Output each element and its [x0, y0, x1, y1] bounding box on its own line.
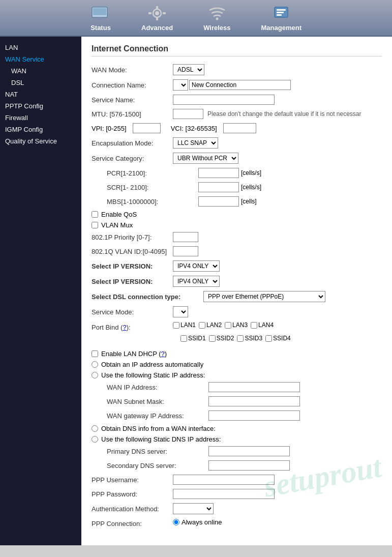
connection-name-input[interactable]: [189, 80, 291, 90]
primary-dns-input[interactable]: [208, 446, 290, 456]
lan2-label[interactable]: LAN2: [199, 321, 222, 329]
service-name-label: Service Name:: [92, 96, 173, 104]
use-static-dns-row: Use the following Static DNS IP address:: [92, 435, 382, 443]
lan4-checkbox[interactable]: [251, 322, 257, 329]
encapsulation-select[interactable]: LLC SNAP: [173, 137, 218, 149]
wan-mode-label: WAN Mode:: [92, 66, 173, 74]
svg-rect-2: [97, 17, 102, 19]
use-static-dns-radio[interactable]: [92, 436, 98, 443]
enable-lan-dhcp-checkbox[interactable]: [92, 350, 98, 357]
port-bind-label: Port Bind (?):: [92, 324, 173, 331]
ip-version-select-1[interactable]: IPV4 ONLY: [173, 260, 220, 272]
nav-advanced-label: Advanced: [141, 24, 173, 32]
vpi-label: VPI: [0-255]: [92, 125, 127, 132]
ssid3-label[interactable]: SSID3: [237, 335, 262, 342]
vpi-input[interactable]: [133, 123, 161, 133]
auth-method-label: Authentication Method:: [92, 505, 173, 513]
auth-method-select[interactable]: [173, 503, 214, 514]
vpi-vci-row: VPI: [0-255] VCI: [32-65535]: [92, 123, 382, 133]
wan-ip-input[interactable]: [208, 382, 300, 392]
wan-subnet-input[interactable]: [208, 396, 300, 406]
nav-management[interactable]: Management: [261, 4, 301, 32]
lan3-label[interactable]: LAN3: [225, 321, 248, 329]
port-bind-link[interactable]: ?: [123, 324, 126, 331]
sidebar-item-wan[interactable]: WAN: [0, 65, 81, 77]
ppp-connection-row: PPP Connection: Always online: [92, 518, 382, 529]
ip-version-row-2: Select IP VERSION: IPV4 ONLY: [92, 276, 382, 287]
ssid2-checkbox[interactable]: [209, 335, 216, 342]
vlan-mux-checkbox[interactable]: [92, 222, 98, 228]
ppp-username-row: PPP Username:: [92, 475, 382, 485]
ip-version-label-1: Select IP VERSION:: [92, 262, 173, 270]
wan-subnet-row: WAN Subnet Mask:: [107, 396, 382, 406]
mtu-label: MTU: [576-1500]: [92, 110, 173, 118]
sidebar-item-nat[interactable]: NAT: [0, 89, 81, 100]
lan1-label[interactable]: LAN1: [173, 321, 196, 329]
dsl-connection-label: Select DSL connection type:: [92, 293, 203, 301]
mtu-row: MTU: [576-1500] Please don't change the …: [92, 109, 382, 119]
always-online-radio[interactable]: [173, 519, 179, 525]
ppp-username-input[interactable]: [173, 475, 275, 485]
use-static-dns-label: Use the following Static DNS IP address:: [101, 435, 221, 443]
vci-input[interactable]: [223, 123, 256, 133]
lan2-checkbox[interactable]: [199, 322, 205, 329]
service-category-select[interactable]: UBR Without PCR: [173, 153, 238, 164]
dsl-connection-row: Select DSL connection type: PPP over Eth…: [92, 291, 382, 302]
ppp-connection-label: PPP Connection:: [92, 520, 173, 527]
lan1-checkbox[interactable]: [173, 322, 179, 329]
pcr-input[interactable]: [198, 168, 239, 178]
ssid2-label[interactable]: SSID2: [209, 335, 234, 342]
svg-point-10: [216, 17, 218, 20]
mtu-input[interactable]: [173, 109, 203, 119]
svg-rect-7: [156, 17, 158, 20]
dsl-connection-select[interactable]: PPP over Ethernet (PPPoE): [203, 291, 325, 302]
lan-dhcp-link[interactable]: ?: [161, 350, 165, 358]
secondary-dns-input[interactable]: [208, 460, 290, 471]
nav-wireless[interactable]: Wireless: [203, 4, 230, 32]
ssid3-checkbox[interactable]: [237, 335, 244, 342]
service-mode-select[interactable]: [173, 306, 188, 317]
nav-advanced[interactable]: Advanced: [141, 4, 173, 32]
mbs-input[interactable]: [198, 196, 239, 207]
obtain-dns-row: Obtain DNS info from a WAN interface:: [92, 425, 382, 432]
wan-gateway-input[interactable]: [208, 411, 300, 421]
enable-lan-dhcp-label: Enable LAN DHCP (?): [101, 350, 167, 358]
sidebar-item-firewall[interactable]: Firewall: [0, 112, 81, 124]
sidebar-item-dsl[interactable]: DSL: [0, 77, 81, 89]
sidebar-item-qos[interactable]: Quality of Service: [0, 135, 81, 147]
enable-qos-label: Enable QoS: [101, 211, 137, 218]
svg-rect-1: [93, 8, 106, 15]
vlan-id-input[interactable]: [173, 246, 198, 256]
connection-name-select[interactable]: [173, 79, 188, 91]
page-title: Internet Connection: [92, 44, 382, 56]
use-static-ip-radio[interactable]: [92, 372, 98, 378]
wan-gateway-row: WAN gateway IP Address:: [107, 411, 382, 421]
wan-mode-select[interactable]: ADSL: [173, 64, 204, 75]
ssid1-label[interactable]: SSID1: [180, 335, 206, 342]
enable-qos-checkbox[interactable]: [92, 211, 98, 218]
service-name-input[interactable]: [173, 95, 275, 105]
vci-label: VCI: [32-65535]: [171, 125, 217, 132]
status-icon: [91, 4, 111, 22]
lan3-checkbox[interactable]: [225, 322, 231, 329]
ssid4-label[interactable]: SSID4: [265, 335, 291, 342]
priority-input[interactable]: [173, 232, 198, 242]
service-mode-row: Service Mode:: [92, 306, 382, 317]
ssid1-checkbox[interactable]: [180, 335, 187, 342]
ssid4-checkbox[interactable]: [265, 335, 272, 342]
svg-rect-9: [163, 12, 166, 14]
obtain-dns-radio[interactable]: [92, 425, 98, 432]
nav-status[interactable]: Status: [91, 4, 111, 32]
obtain-ip-auto-radio[interactable]: [92, 361, 98, 368]
scr-input[interactable]: [198, 182, 239, 192]
top-navigation: Status Advanced Wireless: [0, 0, 392, 37]
sidebar-item-igmp[interactable]: IGMP Config: [0, 124, 81, 135]
ppp-password-input[interactable]: [173, 489, 275, 499]
sidebar-item-lan[interactable]: LAN: [0, 42, 81, 53]
lan4-label[interactable]: LAN4: [251, 321, 274, 329]
sidebar-item-pptp[interactable]: PPTP Config: [0, 100, 81, 112]
ip-version-label-2: Select IP VERSION:: [92, 278, 173, 285]
ip-version-select-2[interactable]: IPV4 ONLY: [173, 276, 220, 287]
sidebar-item-wan-service[interactable]: WAN Service: [0, 53, 81, 65]
vlan-mux-label: VLAN Mux: [101, 221, 133, 229]
